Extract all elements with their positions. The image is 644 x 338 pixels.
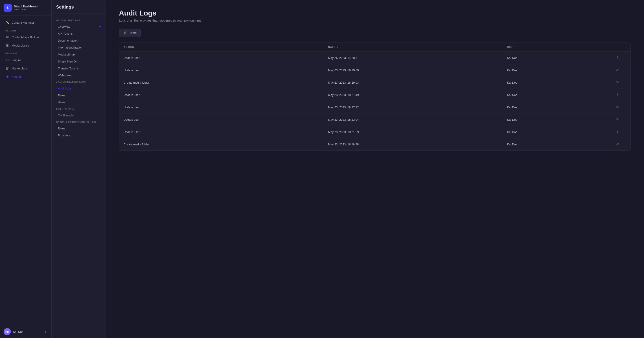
settings-panel: Settings GLOBAL SETTINGS Overview API To… [52, 0, 106, 338]
cell-user: Kai Doe [502, 89, 605, 101]
filters-button-label: Filters [128, 31, 136, 35]
page-subtitle: Logs of all the activities that happened… [119, 19, 630, 22]
table-row: Update userMay 23, 2023, 18:30:09Kai Doe… [119, 64, 630, 76]
col-header-date[interactable]: DATE ▼ [324, 43, 502, 52]
sidebar-item-label: Marketplace [12, 67, 28, 70]
col-header-actions [605, 43, 630, 52]
app-title: Strapi Dashboard [14, 5, 38, 8]
settings-icon: ⚙ [6, 75, 10, 79]
settings-item-transfer-tokens[interactable]: Transfer Tokens [52, 65, 105, 72]
sidebar: S Strapi Dashboard Workplace ✏️ Content … [0, 0, 52, 338]
cell-action: Update user [119, 89, 324, 101]
cell-user: Kai Doe [502, 126, 605, 138]
cell-action: Update user [119, 101, 324, 113]
view-icon[interactable]: 👁 [616, 130, 619, 134]
cell-user: Kai Doe [502, 101, 605, 113]
sidebar-item-label: Content-Type Builder [12, 36, 39, 39]
settings-item-roles-up[interactable]: Roles [52, 125, 105, 132]
table-row: Create media folderMay 23, 2023, 18:18:4… [119, 138, 630, 150]
cell-view[interactable]: 👁 [605, 113, 630, 126]
cart-icon: 🛒 [6, 66, 10, 70]
cell-date: May 23, 2023, 18:29:03 [324, 76, 502, 89]
sidebar-header: S Strapi Dashboard Workplace [0, 0, 52, 16]
view-icon[interactable]: 👁 [616, 93, 619, 97]
view-icon[interactable]: 👁 [616, 105, 619, 109]
edit-icon: ✏️ [6, 21, 10, 25]
cell-user: Kai Doe [502, 64, 605, 76]
cell-action: Update user [119, 126, 324, 138]
sidebar-item-content-manager[interactable]: ✏️ Content Manager [2, 19, 50, 27]
view-icon[interactable]: 👁 [616, 117, 619, 121]
table-body: Update userMay 26, 2023, 14:28:31Kai Doe… [119, 52, 630, 150]
sidebar-nav: ✏️ Content Manager PLUGINS ⊞ Content-Typ… [0, 16, 52, 325]
cell-user: Kai Doe [502, 138, 605, 150]
cell-view[interactable]: 👁 [605, 138, 630, 150]
cell-date: May 23, 2023, 18:18:48 [324, 138, 502, 150]
cell-date: May 23, 2023, 18:23:04 [324, 113, 502, 126]
table-row: Create media folderMay 23, 2023, 18:29:0… [119, 76, 630, 89]
settings-item-audit-logs[interactable]: Audit Logs [52, 85, 105, 92]
sidebar-item-settings[interactable]: ⚙ Settings [2, 73, 50, 81]
sidebar-item-label: Plugins [12, 58, 21, 62]
settings-item-users[interactable]: Users [52, 99, 105, 106]
page-title: Audit Logs [119, 9, 630, 17]
sidebar-item-label: Content Manager [12, 21, 34, 24]
view-icon[interactable]: 👁 [616, 68, 619, 72]
cell-date: May 23, 2023, 18:27:22 [324, 101, 502, 113]
settings-item-media-library[interactable]: Media Library [52, 51, 105, 58]
image-icon: ⊟ [6, 43, 10, 47]
cell-view[interactable]: 👁 [605, 64, 630, 76]
cell-action: Update user [119, 52, 324, 64]
cell-date: May 26, 2023, 14:28:31 [324, 52, 502, 64]
admin-panel-label: ADMINISTRATION PANEL [52, 79, 105, 85]
sidebar-item-media-library[interactable]: ⊟ Media Library [2, 41, 50, 49]
cell-action: Create media folder [119, 76, 324, 89]
cell-user: Kai Doe [502, 76, 605, 89]
table-row: Update userMay 23, 2023, 18:27:49Kai Doe… [119, 89, 630, 101]
overview-dot [100, 26, 101, 28]
settings-item-internationalization[interactable]: Internationalization [52, 44, 105, 51]
filter-icon: ⚡ [123, 31, 127, 35]
cell-action: Create media folder [119, 138, 324, 150]
sidebar-item-marketplace[interactable]: 🛒 Marketplace [2, 64, 50, 72]
view-icon[interactable]: 👁 [616, 80, 619, 84]
settings-item-configuration[interactable]: Configuration [52, 112, 105, 119]
cell-view[interactable]: 👁 [605, 101, 630, 113]
filters-button[interactable]: ⚡ Filters [119, 29, 141, 37]
settings-item-single-sign-on[interactable]: Single Sign-On [52, 58, 105, 65]
sidebar-footer: KD Kai Doe ◀ [0, 325, 52, 338]
col-header-user: USER [502, 43, 605, 52]
settings-item-providers[interactable]: Providers [52, 132, 105, 139]
sidebar-item-plugins[interactable]: ⚙ Plugins [2, 56, 50, 64]
sidebar-item-label: Settings [12, 75, 22, 78]
table-header-row: ACTION DATE ▼ USER [119, 43, 630, 52]
app-workspace: Workplace [14, 8, 38, 11]
settings-item-documentation[interactable]: Documentation [52, 37, 105, 44]
cell-view[interactable]: 👁 [605, 52, 630, 64]
plugins-section-label: PLUGINS [0, 27, 52, 33]
cell-user: Kai Doe [502, 52, 605, 64]
global-settings-label: GLOBAL SETTINGS [52, 17, 105, 23]
sidebar-item-content-type-builder[interactable]: ⊞ Content-Type Builder [2, 33, 50, 41]
cell-view[interactable]: 👁 [605, 89, 630, 101]
users-permissions-label: USERS & PERMISSIONS PLUGIN [52, 119, 105, 125]
cell-action: Update user [119, 113, 324, 126]
cell-view[interactable]: 👁 [605, 76, 630, 89]
cell-view[interactable]: 👁 [605, 126, 630, 138]
audit-logs-table: ACTION DATE ▼ USER Update userMay 26, 2 [119, 43, 630, 150]
settings-item-roles[interactable]: Roles [52, 92, 105, 99]
settings-item-webhooks[interactable]: Webhooks [52, 72, 105, 79]
cell-date: May 23, 2023, 18:21:59 [324, 126, 502, 138]
view-icon[interactable]: 👁 [616, 142, 619, 146]
user-name: Kai Doe [13, 330, 40, 333]
email-plugin-label: EMAIL PLUGIN [52, 106, 105, 112]
app-logo: S [4, 4, 12, 12]
settings-item-api-tokens[interactable]: API Tokens [52, 30, 105, 37]
table-row: Update userMay 23, 2023, 18:23:04Kai Doe… [119, 113, 630, 126]
view-icon[interactable]: 👁 [616, 56, 619, 60]
cell-date: May 23, 2023, 18:30:09 [324, 64, 502, 76]
collapse-sidebar-button[interactable]: ◀ [42, 329, 48, 334]
settings-item-overview[interactable]: Overview [52, 23, 105, 30]
app-title-group: Strapi Dashboard Workplace [14, 5, 38, 11]
user-avatar: KD [4, 328, 11, 335]
